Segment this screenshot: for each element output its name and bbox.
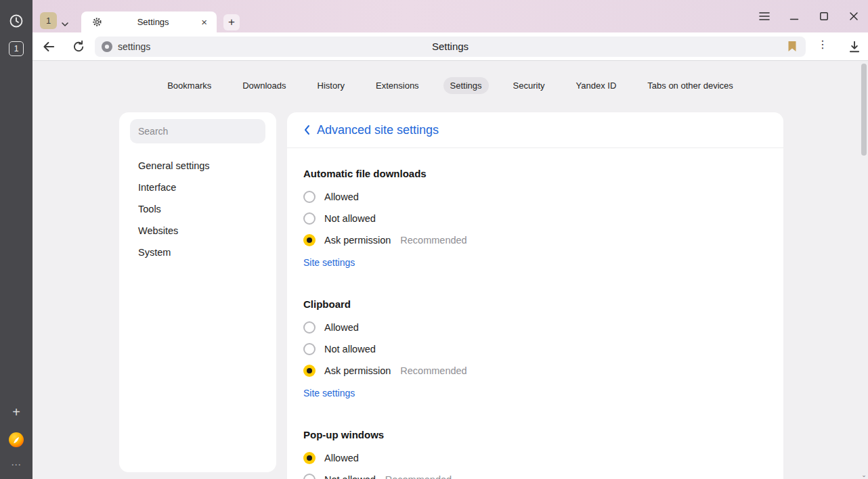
radio-unchecked-icon[interactable]	[303, 474, 316, 479]
option-label: Allowed	[324, 322, 359, 333]
search-box	[130, 119, 265, 143]
chevron-left-icon	[303, 124, 310, 135]
radio-option-not-allowed[interactable]: Not allowed Recommended	[303, 469, 767, 479]
history-clock-icon[interactable]	[9, 14, 24, 28]
option-label: Allowed	[324, 453, 359, 463]
maximize-button[interactable]	[817, 9, 831, 24]
radio-option-not-allowed[interactable]: Not allowed	[303, 338, 767, 360]
rail-new-tab-button[interactable]: +	[0, 405, 32, 420]
nav-item-extensions[interactable]: Extensions	[369, 77, 426, 94]
option-label: Ask permission	[324, 235, 391, 246]
panel-body: Automatic file downloads Allowed Not all…	[287, 148, 783, 479]
radio-unchecked-icon[interactable]	[303, 212, 316, 225]
reload-button[interactable]	[72, 40, 85, 53]
tab-group-chevron-down-icon[interactable]	[61, 18, 69, 30]
menu-item-tools[interactable]: Tools	[119, 198, 276, 220]
section-title: Automatic file downloads	[303, 168, 767, 179]
radio-option-allowed[interactable]: Allowed	[303, 447, 767, 469]
settings-top-nav: Bookmarks Downloads History Extensions S…	[32, 77, 868, 94]
close-window-button[interactable]	[846, 9, 861, 24]
tab-panel-button[interactable]: 1	[9, 41, 24, 56]
back-button[interactable]	[41, 39, 56, 54]
settings-page: Bookmarks Downloads History Extensions S…	[32, 61, 868, 479]
tab-group-count: 1	[46, 16, 51, 26]
menu-item-system[interactable]: System	[119, 242, 276, 263]
vertical-scrollbar[interactable]: ⌄	[860, 61, 868, 479]
nav-item-downloads[interactable]: Downloads	[236, 77, 292, 94]
rail-more-icon[interactable]: ⋯	[0, 459, 32, 471]
section-pop-up-windows: Pop-up windows Allowed Not allowed Recom…	[303, 399, 767, 479]
nav-item-tabs-other-devices[interactable]: Tabs on other devices	[641, 77, 739, 94]
radio-unchecked-icon[interactable]	[303, 343, 316, 355]
nav-item-yandex-id[interactable]: Yandex ID	[569, 77, 624, 94]
tab-close-icon[interactable]: ×	[198, 16, 210, 28]
radio-option-ask-permission[interactable]: Ask permission Recommended	[303, 360, 767, 382]
radio-option-ask-permission[interactable]: Ask permission Recommended	[303, 229, 767, 251]
settings-menu-card: General settings Interface Tools Website…	[119, 112, 276, 472]
nav-item-bookmarks[interactable]: Bookmarks	[160, 77, 218, 94]
section-title: Pop-up windows	[303, 429, 767, 440]
panel-header-back[interactable]: Advanced site settings	[287, 112, 783, 148]
option-label: Allowed	[324, 191, 359, 202]
radio-option-allowed[interactable]: Allowed	[303, 186, 767, 208]
browser-side-rail: 1 + ⋯	[0, 0, 32, 479]
browser-toolbar: settings Settings ⋮	[32, 32, 868, 61]
search-input[interactable]	[130, 126, 265, 137]
menu-item-general-settings[interactable]: General settings	[119, 155, 276, 177]
radio-option-allowed[interactable]: Allowed	[303, 317, 767, 338]
radio-unchecked-icon[interactable]	[303, 321, 316, 334]
radio-unchecked-icon[interactable]	[303, 191, 316, 203]
download-icon[interactable]	[848, 40, 861, 53]
menu-hamburger-icon[interactable]	[757, 9, 772, 24]
site-settings-link[interactable]: Site settings	[303, 388, 355, 398]
browser-tab-settings[interactable]: Settings ×	[81, 12, 217, 32]
recommended-note: Recommended	[400, 235, 466, 246]
tab-count-label: 1	[14, 44, 19, 53]
option-label: Not allowed	[324, 474, 376, 479]
radio-checked-icon[interactable]	[303, 452, 316, 464]
address-bar[interactable]: settings Settings	[95, 37, 806, 57]
tab-title: Settings	[108, 17, 198, 27]
menu-item-websites[interactable]: Websites	[119, 220, 276, 242]
nav-item-history[interactable]: History	[311, 77, 351, 94]
option-label: Ask permission	[324, 365, 391, 376]
section-clipboard: Clipboard Allowed Not allowed Ask permis…	[303, 269, 767, 399]
scrollbar-thumb[interactable]	[861, 64, 867, 156]
settings-menu-list: General settings Interface Tools Website…	[119, 155, 276, 263]
toolbar-more-icon[interactable]: ⋮	[815, 38, 830, 55]
window-controls	[757, 0, 861, 32]
panel-title: Advanced site settings	[317, 123, 439, 137]
recommended-note: Recommended	[400, 365, 466, 376]
advanced-site-settings-panel: Advanced site settings Automatic file do…	[287, 112, 783, 479]
option-label: Not allowed	[324, 344, 376, 355]
page-title: Settings	[95, 41, 806, 53]
recommended-note: Recommended	[385, 474, 452, 479]
bookmark-icon[interactable]	[787, 41, 797, 52]
gear-icon	[92, 17, 102, 27]
nav-item-settings[interactable]: Settings	[443, 77, 489, 94]
radio-checked-icon[interactable]	[303, 234, 316, 246]
scroll-down-arrow-icon[interactable]: ⌄	[860, 472, 868, 478]
radio-checked-icon[interactable]	[303, 365, 316, 377]
option-label: Not allowed	[324, 213, 376, 224]
radio-option-not-allowed[interactable]: Not allowed	[303, 208, 767, 229]
tab-group-badge[interactable]: 1	[40, 12, 57, 29]
section-title: Clipboard	[303, 298, 767, 310]
window-titlebar: 1 Settings × +	[32, 0, 868, 32]
section-automatic-file-downloads: Automatic file downloads Allowed Not all…	[303, 148, 767, 269]
minimize-button[interactable]	[787, 9, 802, 24]
nav-item-security[interactable]: Security	[506, 77, 552, 94]
menu-item-interface[interactable]: Interface	[119, 177, 276, 198]
site-settings-link[interactable]: Site settings	[303, 257, 355, 268]
new-tab-button[interactable]: +	[223, 14, 240, 30]
yandex-browser-logo-icon[interactable]	[8, 432, 24, 448]
